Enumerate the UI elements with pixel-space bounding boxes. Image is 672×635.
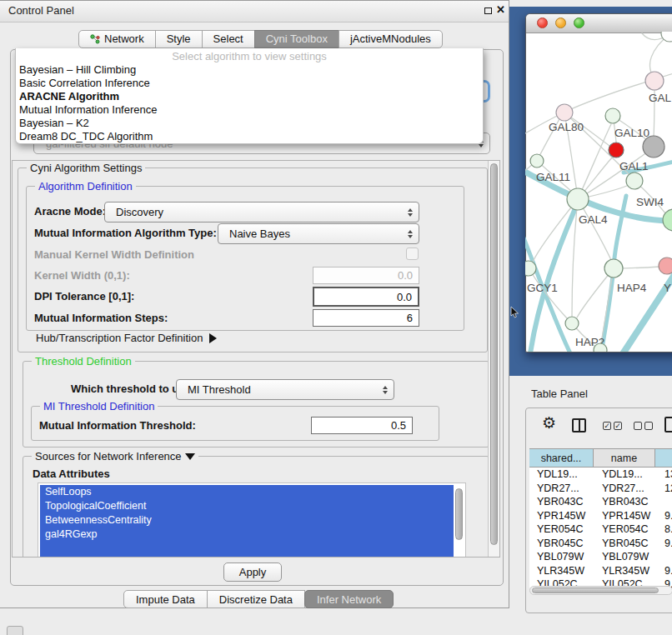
network-node-gal[interactable] [645, 72, 664, 90]
hub-definition-toggle[interactable]: Hub/Transcription Factor Definition [36, 332, 217, 344]
network-node-hap2[interactable] [565, 317, 579, 330]
network-node[interactable] [609, 142, 624, 158]
close-traffic-light-icon[interactable] [537, 18, 548, 28]
network-node-y[interactable] [659, 258, 672, 274]
settings-vertical-scrollbar[interactable] [488, 161, 499, 557]
tab-infer-network[interactable]: Infer Network [304, 590, 394, 608]
control-panel-title: Control Panel [8, 4, 74, 17]
attribute-item[interactable]: gal4RGexp [40, 528, 454, 542]
column-browser-icon[interactable] [572, 418, 586, 432]
mouse-cursor [510, 307, 520, 318]
column-header[interactable]: A [654, 448, 672, 468]
algorithm-option[interactable]: ARACNE Algorithm [16, 90, 483, 103]
network-node-hap4[interactable] [604, 259, 623, 278]
scrollbar-thumb[interactable] [490, 163, 498, 545]
collapsed-panel-button[interactable] [7, 626, 23, 635]
algorithm-option[interactable]: Bayesian – K2 [16, 117, 483, 130]
scrollbar-thumb[interactable] [455, 488, 463, 540]
table-cell: 9. [657, 509, 672, 523]
minimize-traffic-light-icon[interactable] [555, 18, 566, 28]
tab-select[interactable]: Select [202, 30, 255, 48]
tab-network[interactable]: Network [78, 30, 156, 48]
algorithm-option[interactable]: Bayesian – Hill Climbing [16, 63, 483, 77]
tab-discretize-data[interactable]: Discretize Data [207, 590, 305, 608]
tab-jactivemnodules[interactable]: jActiveMNodules [339, 30, 443, 48]
spinner-icon [408, 230, 413, 238]
algorithm-placeholder: Select algorithm to view settings [16, 49, 483, 63]
attribute-item[interactable]: SelfLoops [40, 485, 454, 499]
table-cell: YER054C [594, 522, 657, 537]
manual-kernel-width-checkbox[interactable] [406, 248, 419, 260]
tab-impute-data[interactable]: Impute Data [123, 590, 208, 608]
which-threshold-combobox[interactable]: MI Threshold [176, 379, 394, 400]
network-node-gal10[interactable] [605, 108, 620, 123]
tab-label: Style [167, 30, 191, 48]
table-cell [657, 495, 672, 509]
network-node-gal11[interactable] [530, 154, 544, 168]
apply-button[interactable]: Apply [223, 562, 282, 582]
scrollbar-thumb[interactable] [532, 588, 659, 593]
table-row[interactable]: YBR043CYBR043C [529, 495, 672, 509]
table-row[interactable]: YDL19...YDL19...13 [529, 468, 672, 482]
collapse-down-icon[interactable] [185, 453, 195, 460]
aracne-mode-combobox[interactable]: Discovery [104, 202, 419, 222]
mi-algorithm-type-combobox[interactable]: Naive Bayes [218, 223, 419, 244]
column-header[interactable]: shared... [529, 448, 594, 468]
network-node-gal4[interactable] [567, 188, 589, 210]
algorithm-option[interactable]: Mutual Information Inference [16, 103, 483, 117]
cyni-bottom-tabs: Impute DataDiscretize DataInfer Network [124, 590, 394, 608]
network-window-titlebar[interactable] [526, 14, 672, 33]
group-title: Sources for Network Inference [32, 450, 198, 462]
table-cell: YER054C [529, 522, 594, 537]
network-node-gal80[interactable] [556, 104, 573, 121]
tab-label: jActiveMNodules [350, 30, 431, 48]
table-panel-title: Table Panel [531, 388, 588, 400]
algorithm-option[interactable]: Basic Correlation Inference [16, 77, 483, 90]
attribute-item[interactable]: BetweennessCentrality [40, 513, 454, 528]
network-node-gcy1[interactable] [525, 261, 536, 276]
table-row[interactable]: YPR145WYPR145W9. [529, 509, 672, 523]
mi-threshold-label: Mutual Information Threshold: [39, 419, 196, 432]
table-row[interactable]: YBL079WYBL079W [529, 550, 672, 564]
data-attributes-list[interactable]: SelfLoopsTopologicalCoefficientBetweenne… [38, 482, 466, 558]
network-node-gal1[interactable] [626, 172, 643, 189]
new-table-icon[interactable] [664, 417, 672, 432]
table-row[interactable]: YLR345WYLR345W9. [529, 564, 672, 578]
table-cell: 8. [657, 522, 672, 537]
network-node[interactable] [594, 343, 607, 352]
settings-scroll-area[interactable]: Cyni Algorithm Settings Algorithm Defini… [12, 160, 500, 558]
network-edge [578, 124, 611, 199]
table-cell: YPR145W [594, 509, 657, 523]
table-cell: YBR045C [594, 537, 657, 551]
table-cell: 12 [657, 482, 672, 496]
close-panel-icon[interactable]: ✕ [496, 3, 505, 16]
algorithm-dropdown-popup[interactable]: Select algorithm to view settings Bayesi… [15, 48, 484, 144]
network-canvas[interactable]: GALGAL80GAL10GAL1GAL11GAL4SWI4GCY1HAP4YH… [525, 32, 672, 352]
zoom-traffic-light-icon[interactable] [574, 18, 584, 28]
network-node[interactable] [643, 136, 664, 158]
list-scrollbar[interactable] [454, 484, 464, 558]
mi-threshold-field[interactable]: 0.5 [311, 417, 413, 434]
algorithm-option[interactable]: Dream8 DC_TDC Algorithm [16, 130, 483, 143]
combobox-value: Naive Bayes [229, 228, 290, 240]
group-title: Cyni Algorithm Settings [27, 162, 145, 174]
attribute-item[interactable]: TopologicalCoefficient [40, 499, 454, 513]
dpi-tolerance-field[interactable]: 0.0 [313, 287, 419, 307]
table-cell: YDR27... [529, 482, 594, 496]
gear-icon[interactable]: ⚙ [542, 413, 556, 432]
tab-style[interactable]: Style [155, 30, 203, 48]
tab-label: Cyni Toolbox [266, 30, 328, 48]
mi-steps-field[interactable]: 6 [313, 309, 419, 327]
table-cell: YBR043C [529, 495, 594, 509]
float-window-icon[interactable] [484, 8, 492, 14]
table-row[interactable]: YBR045CYBR045C9. [529, 537, 672, 551]
node-label: GAL4 [579, 213, 608, 226]
table-row[interactable]: YDR27...YDR27...12 [529, 482, 672, 496]
kernel-width-field[interactable]: 0.0 [313, 267, 419, 284]
table-row[interactable]: YER054CYER054C8. [529, 522, 672, 537]
screen: GALGAL80GAL10GAL1GAL11GAL4SWI4GCY1HAP4YH… [0, 0, 672, 635]
manual-kernel-width-label: Manual Kernel Width Definition [34, 248, 194, 261]
table-horizontal-scrollbar[interactable] [529, 586, 672, 595]
tab-cyni-toolbox[interactable]: Cyni Toolbox [254, 30, 339, 48]
column-header[interactable]: name [593, 448, 655, 468]
